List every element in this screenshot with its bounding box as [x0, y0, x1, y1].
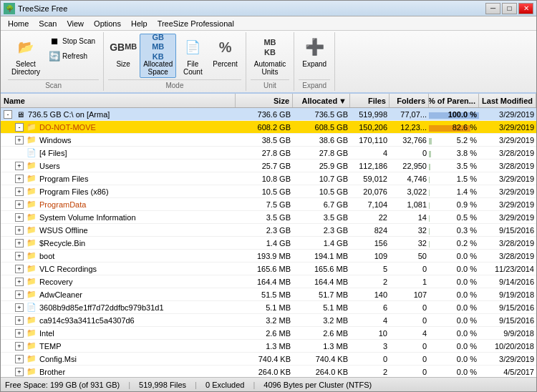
table-row[interactable]: 📄[4 Files]27.8 GB27.8 GB403.8 %3/28/2019 [1, 147, 536, 160]
col-hdr-size[interactable]: Size [236, 94, 293, 107]
col-hdr-pct[interactable]: % of Paren... [429, 94, 479, 107]
file-allocated: 1.3 MB [293, 342, 350, 351]
menu-professional[interactable]: TreeSize Professional [153, 18, 238, 29]
file-count: 5 [350, 265, 390, 273]
close-button[interactable]: ✕ [518, 3, 533, 14]
table-row[interactable]: +📁Windows38.5 GB38.6 GB170,11032,7665.2 … [1, 134, 536, 147]
file-size: 25.7 GB [236, 162, 293, 170]
expand-toggle[interactable]: + [15, 290, 24, 299]
stop-scan-button[interactable]: ⏹ Stop Scan [45, 34, 99, 48]
file-allocated: 3.2 MB [293, 316, 350, 325]
ribbon-group-expand: ➕ Expand Expand [294, 32, 335, 91]
expand-button[interactable]: ➕ Expand [299, 34, 330, 70]
col-hdr-folders[interactable]: Folders [390, 94, 429, 107]
auto-units-button[interactable]: MBKB AutomaticUnits [251, 34, 289, 78]
ribbon-expand-label: Expand [299, 79, 330, 89]
pct-of-parent: 100.0 % [429, 110, 479, 119]
table-row[interactable]: +📁Config.Msi740.4 KB740.4 KB000.0 %3/29/… [1, 353, 536, 366]
folder-icon: 📂 [14, 36, 37, 59]
expand-toggle[interactable]: + [15, 368, 24, 376]
expand-toggle[interactable]: + [15, 226, 24, 235]
ribbon-group-scan-content: 📂 SelectDirectory ⏹ Stop Scan 🔄 Refresh [8, 34, 99, 78]
expand-toggle[interactable]: - [15, 123, 24, 132]
menubar: Home Scan View Options Help TreeSize Pro… [1, 16, 536, 31]
menu-scan[interactable]: Scan [34, 18, 61, 29]
pct-of-parent: 0.0 % [429, 303, 479, 312]
menu-help[interactable]: Help [127, 18, 152, 29]
col-hdr-modified[interactable]: Last Modified [479, 94, 536, 107]
file-icon: 🖥 [15, 109, 25, 119]
table-row[interactable]: +📁System Volume Information3.5 GB3.5 GB2… [1, 211, 536, 224]
expand-toggle[interactable]: + [15, 342, 24, 351]
expand-toggle[interactable]: + [15, 175, 24, 183]
expand-toggle[interactable]: + [15, 136, 24, 144]
minimize-button[interactable]: ─ [485, 3, 500, 14]
table-row[interactable]: +📁TEMP1.3 MB1.3 MB300.0 %10/20/2018 [1, 340, 536, 353]
expand-toggle[interactable]: + [15, 200, 24, 209]
file-count: 170,110 [350, 136, 390, 144]
file-count-button[interactable]: 📄 FileCount [178, 34, 208, 78]
col-hdr-files[interactable]: Files [350, 94, 390, 107]
maximize-button[interactable]: □ [502, 3, 517, 14]
expand-toggle[interactable]: + [15, 278, 24, 286]
expand-toggle[interactable]: - [4, 110, 12, 119]
file-size: 1.4 GB [236, 239, 293, 248]
folder-count: 0 [390, 303, 429, 312]
folder-count: 32 [390, 226, 429, 235]
file-allocated: 264.0 KB [293, 368, 350, 376]
table-row[interactable]: +📁Program Files (x86)10.5 GB10.5 GB20,07… [1, 185, 536, 198]
table-row[interactable]: -🖥736.5 GB C:\ on [Arma]736.6 GB736.5 GB… [1, 108, 536, 121]
pct-of-parent: 0.0 % [429, 329, 479, 338]
table-row[interactable]: +📄3608b9d85e1ff7d72ddfbc979b31d15.1 MB5.… [1, 301, 536, 314]
expand-toggle[interactable]: + [15, 355, 24, 363]
file-icon: 📁 [26, 187, 37, 197]
menu-view[interactable]: View [62, 18, 88, 29]
file-size: 10.8 GB [236, 175, 293, 183]
table-row[interactable]: +📁ca914c93a3411c5a4307d63.2 MB3.2 MB400.… [1, 314, 536, 327]
col-hdr-allocated[interactable]: Allocated ▼ [293, 94, 350, 107]
menu-options[interactable]: Options [90, 18, 125, 29]
folder-count: 12,23... [390, 123, 429, 132]
file-list[interactable]: -🖥736.5 GB C:\ on [Arma]736.6 GB736.5 GB… [1, 108, 536, 377]
table-row[interactable]: -📁DO-NOT-MOVE608.2 GB608.5 GB150,20612,2… [1, 121, 536, 134]
file-count: 6 [350, 303, 390, 312]
pct-of-parent: 0.0 % [429, 355, 479, 363]
table-row[interactable]: +📁Intel2.6 MB2.6 MB1040.0 %9/9/2018 [1, 327, 536, 340]
table-row[interactable]: +📁boot193.9 MB194.1 MB109500.0 %3/28/201… [1, 250, 536, 263]
refresh-button[interactable]: 🔄 Refresh [45, 49, 99, 63]
titlebar-controls: ─ □ ✕ [485, 3, 533, 14]
status-excluded: 0 Excluded [205, 381, 244, 389]
expand-toggle[interactable]: + [15, 213, 24, 222]
table-row[interactable]: +📁Brother264.0 KB264.0 KB200.0 %4/5/2017 [1, 366, 536, 377]
size-button[interactable]: GBMB Size [108, 34, 138, 70]
table-row[interactable]: +📁AdwCleaner51.5 MB51.7 MB1401070.0 %9/1… [1, 288, 536, 301]
file-count: 112,186 [350, 162, 390, 170]
pct-of-parent: 0.3 % [429, 226, 479, 235]
expand-toggle[interactable]: + [15, 187, 24, 196]
col-hdr-name[interactable]: Name [1, 94, 236, 107]
folder-count: 14 [390, 213, 429, 222]
last-modified: 3/29/2019 [479, 123, 536, 132]
expand-toggle[interactable]: + [15, 303, 24, 312]
file-icon: 📁 [26, 135, 37, 145]
table-row[interactable]: +📁$Recycle.Bin1.4 GB1.4 GB156320.2 %3/28… [1, 237, 536, 250]
table-row[interactable]: +📁ProgramData7.5 GB6.7 GB7,1041,0810.9 %… [1, 198, 536, 211]
table-row[interactable]: +📁VLC Recordings165.6 MB165.6 MB500.0 %1… [1, 263, 536, 275]
expand-toggle[interactable]: + [15, 329, 24, 338]
last-modified: 3/28/2019 [479, 149, 536, 157]
expand-toggle[interactable]: + [15, 239, 24, 248]
select-directory-button[interactable]: 📂 SelectDirectory [8, 34, 44, 78]
table-row[interactable]: +📁Recovery164.4 MB164.4 MB210.0 %9/14/20… [1, 275, 536, 288]
allocated-space-button[interactable]: GBMBKB AllocatedSpace [140, 34, 176, 78]
expand-toggle[interactable]: + [15, 316, 24, 325]
table-row[interactable]: +📁Program Files10.8 GB10.7 GB59,0124,746… [1, 172, 536, 185]
table-row[interactable]: +📁Users25.7 GB25.9 GB112,18622,9503.5 %3… [1, 160, 536, 172]
menu-home[interactable]: Home [4, 18, 33, 29]
percent-button[interactable]: % Percent [209, 34, 241, 70]
file-name: Windows [39, 136, 72, 144]
expand-toggle[interactable]: + [15, 252, 24, 260]
expand-toggle[interactable]: + [15, 265, 24, 273]
refresh-icon: 🔄 [49, 50, 60, 62]
table-row[interactable]: +📁WSUS Offline2.3 GB2.3 GB824320.3 %9/15… [1, 224, 536, 237]
expand-toggle[interactable]: + [15, 162, 24, 170]
